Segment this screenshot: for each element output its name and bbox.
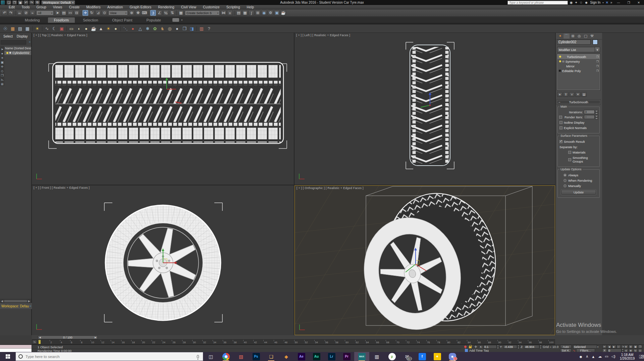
toolbar-overflow-icon[interactable]: » bbox=[610, 1, 612, 4]
se-bone-icon[interactable]: ⋋ bbox=[0, 77, 4, 82]
animal-icon[interactable]: ♞ bbox=[159, 25, 166, 32]
close-button[interactable]: ✕ bbox=[635, 1, 643, 4]
selection-lock-icon[interactable] bbox=[469, 346, 472, 348]
smooth-result-checkbox[interactable] bbox=[559, 140, 562, 143]
viewport-orthographic[interactable]: [ + ] [ Orthographic ] [ Realistic + Edg… bbox=[294, 185, 555, 335]
redo-quick-icon[interactable]: ↷ bbox=[29, 0, 34, 5]
world-icon[interactable]: ☉ bbox=[2, 25, 9, 32]
time-tag-icon[interactable] bbox=[465, 349, 468, 352]
menu-item-scripting[interactable]: Scripting bbox=[223, 5, 244, 9]
modifier-list-dropdown[interactable]: Modifier List ∨ bbox=[557, 47, 600, 52]
mail-icon[interactable]: ✉99+ bbox=[399, 352, 415, 361]
pin-stack-button[interactable]: ∗ bbox=[557, 92, 562, 97]
select-placement-icon[interactable]: ⊙ bbox=[102, 10, 107, 16]
viewport-top-label[interactable]: [ + ] [ Top ] [ Realistic + Edged Faces … bbox=[34, 34, 87, 37]
manually-radio[interactable] bbox=[564, 184, 567, 187]
prev-key-icon[interactable]: ◀ bbox=[38, 336, 42, 339]
se-select-icon[interactable]: ➤ bbox=[0, 47, 4, 51]
tab-object-paint[interactable]: Object Paint bbox=[106, 17, 139, 23]
save-file-icon[interactable]: ▣ bbox=[18, 0, 23, 5]
favorites-star-icon[interactable]: ☆ bbox=[580, 1, 583, 4]
object-color-swatch[interactable] bbox=[593, 40, 598, 45]
utilities-tab-icon[interactable]: ⚒ bbox=[589, 34, 595, 39]
after-effects-icon[interactable]: Ae bbox=[294, 352, 309, 361]
menu-item-modifiers[interactable]: Modifiers bbox=[83, 5, 104, 9]
work​space-dropdown[interactable]: Workspace: Default ▾ bbox=[41, 0, 75, 5]
key-filter-dropdown[interactable]: Selected bbox=[573, 345, 597, 349]
menu-item-animation[interactable]: Animation bbox=[104, 5, 126, 9]
spinner-snap-icon[interactable]: ⇅ bbox=[169, 10, 175, 16]
3ds-max-icon[interactable]: MAX bbox=[354, 352, 369, 361]
tray-chevron-icon[interactable]: ∧ bbox=[586, 354, 588, 359]
tab-modeling[interactable]: Modeling bbox=[19, 17, 46, 23]
always-radio[interactable] bbox=[564, 174, 567, 177]
y-coordinate-field[interactable]: -0.439 bbox=[503, 345, 517, 349]
taskbar-search-input[interactable] bbox=[25, 355, 197, 359]
restore-button[interactable]: ❐ bbox=[625, 1, 633, 4]
render-production-icon[interactable]: ☕ bbox=[280, 10, 286, 16]
3ds-max-logo-icon[interactable] bbox=[1, 0, 5, 5]
se-container-icon[interactable]: ⊞ bbox=[0, 82, 4, 86]
sphere-icon[interactable]: ● bbox=[83, 25, 90, 32]
snaps-toggle-icon[interactable]: 3 bbox=[150, 10, 156, 16]
share-icon[interactable]: ✦ bbox=[575, 1, 577, 4]
explorer-tab-select[interactable]: Select bbox=[2, 34, 14, 39]
menu-item-create[interactable]: Create bbox=[66, 5, 83, 9]
z-coordinate-field[interactable]: 48.904 bbox=[524, 345, 539, 349]
zoom-extents-icon[interactable]: ▣ bbox=[633, 345, 638, 349]
modifier-turbosmooth[interactable]: TurboSmooth❒ bbox=[557, 54, 600, 59]
render-setup-icon[interactable]: ⚙ bbox=[268, 10, 273, 16]
modifier-symmetry[interactable]: ⊟Symmetry❒ bbox=[557, 59, 600, 64]
google-keep-icon[interactable]: ✦ bbox=[430, 352, 445, 361]
boxes-icon[interactable]: ❒ bbox=[181, 25, 188, 32]
help-search-input[interactable] bbox=[507, 1, 568, 5]
tab-selection[interactable]: Selection bbox=[77, 17, 104, 23]
schematic-view-icon[interactable]: ⊞ bbox=[255, 10, 261, 16]
smoothing-groups-checkbox[interactable] bbox=[568, 158, 571, 161]
photoshop-icon[interactable]: Ps bbox=[249, 352, 264, 361]
help-circle-icon[interactable]: ? bbox=[206, 25, 212, 32]
modifier-mirror[interactable]: Mirror❒ bbox=[557, 64, 600, 68]
zoom-all-icon[interactable]: ⊞ bbox=[629, 345, 633, 349]
render-iters-field[interactable]: 0 bbox=[584, 115, 595, 119]
foliage-icon[interactable]: ✿ bbox=[152, 25, 158, 32]
percent-snap-icon[interactable]: % bbox=[163, 10, 169, 16]
explicit-normals-checkbox[interactable] bbox=[559, 126, 562, 129]
explorer-hscrollbar[interactable]: ◀ ▶ bbox=[0, 299, 31, 303]
tools-icon[interactable]: ▥ bbox=[198, 25, 205, 32]
modify-tab-icon[interactable]: ⌒ bbox=[564, 34, 570, 39]
pin-icon[interactable] bbox=[464, 346, 467, 348]
sun-icon[interactable]: ☀ bbox=[105, 25, 112, 32]
zoom-icon[interactable]: ⊕ bbox=[624, 345, 628, 349]
base-editable-poly[interactable]: Editable Poly❒ bbox=[557, 68, 600, 73]
lamp-icon[interactable]: ☀ bbox=[34, 25, 41, 32]
previous-frame-icon[interactable]: ◀ bbox=[607, 345, 611, 349]
atom-icon[interactable]: △ bbox=[137, 25, 144, 32]
explorer-workspace-label[interactable]: Workspace: Defau » bbox=[0, 303, 32, 309]
new-scene-icon[interactable]: ❏ bbox=[6, 0, 11, 5]
network-icon[interactable]: ▭ bbox=[605, 354, 608, 359]
unlink-selection-icon[interactable]: ⊘ bbox=[23, 10, 29, 16]
se-group-icon[interactable]: ❒ bbox=[0, 73, 4, 77]
menu-item-tools[interactable]: Tools bbox=[18, 5, 33, 9]
visibility-bulb-icon[interactable] bbox=[6, 52, 8, 54]
y-spinner[interactable]: ▲▼ bbox=[517, 345, 520, 349]
rollout-header[interactable]: − TurboSmooth bbox=[557, 100, 600, 104]
undo-quick-icon[interactable]: ↶ bbox=[23, 0, 29, 5]
auto-key-button[interactable]: Auto bbox=[560, 345, 572, 349]
go-to-start-icon[interactable]: ⇤ bbox=[602, 345, 607, 349]
z-spinner[interactable]: ▲▼ bbox=[539, 345, 542, 349]
curve-editor-icon[interactable]: ∫ bbox=[249, 10, 254, 16]
media-app-icon[interactable]: ◆ bbox=[279, 352, 294, 361]
time-slider[interactable]: ◀ 0 / 100 ▶ bbox=[32, 335, 555, 340]
zoom-extents-all-icon[interactable]: ❒ bbox=[638, 345, 642, 349]
rain-icon[interactable]: ⋱ bbox=[122, 25, 129, 32]
menu-item-civil-view[interactable]: Civil View bbox=[178, 5, 200, 9]
iterations-spinner[interactable]: ▲▼ bbox=[595, 110, 598, 114]
create-tab-icon[interactable]: ✦ bbox=[557, 34, 563, 39]
onedrive-icon[interactable]: ☁ bbox=[598, 354, 602, 359]
time-slider-handle[interactable]: ◀ 0 / 100 ▶ bbox=[38, 336, 98, 339]
viewport-front-label[interactable]: [ + ] [ Front ] [ Realistic + Edged Face… bbox=[34, 186, 90, 189]
display-tab-icon[interactable]: ▢ bbox=[583, 34, 589, 39]
update-button[interactable]: Update bbox=[561, 190, 596, 195]
